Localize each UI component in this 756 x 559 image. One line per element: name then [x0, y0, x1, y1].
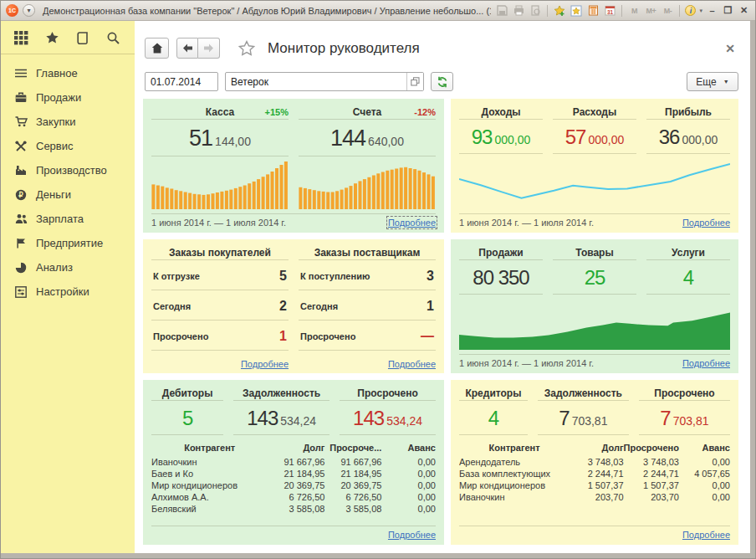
debtors-title: Дебиторы	[162, 387, 213, 399]
income-line-chart	[459, 159, 730, 209]
main-menu-button[interactable]: ▾	[23, 4, 35, 17]
column-header[interactable]: Просроче...	[324, 442, 381, 456]
panel-income-expenses: Доходы 93000,00 Расходы 57000,00 Прибыль	[451, 99, 738, 233]
supplier-orders-details-link[interactable]: Подробнее	[388, 359, 436, 369]
company-input[interactable]	[226, 73, 406, 90]
creditors-details-link[interactable]: Подробнее	[682, 530, 730, 540]
debtors-details-link[interactable]: Подробнее	[388, 530, 436, 540]
table-row[interactable]: Иваночкин203,70203,700,00	[459, 491, 730, 503]
memory-m-plus-button[interactable]: M+	[644, 4, 657, 18]
sidebar-item-analiz[interactable]: Анализ	[1, 255, 135, 280]
column-header[interactable]: Просрочено	[624, 442, 679, 456]
refresh-button[interactable]	[431, 72, 453, 91]
table-row[interactable]: Арендодатель3 748,033 748,030,00	[459, 456, 730, 468]
sidebar-item-servis[interactable]: Сервис	[1, 134, 135, 158]
cash-details-link[interactable]: Подробнее	[388, 218, 436, 228]
search-icon[interactable]	[106, 31, 120, 45]
company-choose-button[interactable]	[406, 73, 423, 90]
calendar-icon[interactable]: 31	[603, 4, 616, 18]
sidebar-item-nastroyki[interactable]: Настройки	[1, 280, 135, 304]
sidebar-item-zarplata[interactable]: Зарплата	[1, 207, 135, 231]
sidebar: Главное Продажи Закупки Сервис Производс…	[1, 21, 135, 553]
forward-button[interactable]	[198, 38, 220, 59]
info-caret-icon[interactable]: ▾	[699, 8, 702, 14]
sidebar-item-dengi[interactable]: ₽ Деньги	[1, 182, 135, 207]
income-details-link[interactable]: Подробнее	[682, 218, 730, 228]
favorites-icon[interactable]	[45, 31, 59, 45]
favorite-star-icon[interactable]	[238, 40, 255, 56]
people-icon	[14, 213, 28, 224]
desktop-grid-icon[interactable]	[14, 31, 28, 45]
coin-icon: ₽	[14, 189, 28, 201]
title-bar: 1С ▾ Демонстрационная база компании "Вет…	[1, 1, 755, 21]
table-row[interactable]: Алхимов А.А.6 726,506 726,500,00	[151, 491, 436, 503]
sidebar-item-glavnoe[interactable]: Главное	[1, 61, 135, 85]
sidebar-item-prodazhi[interactable]: Продажи	[1, 85, 135, 110]
cash-value: 51144,00	[151, 120, 289, 156]
sidebar-item-zakupki[interactable]: Закупки	[1, 110, 135, 134]
table-row[interactable]: База комплектующих2 244,712 244,714 057,…	[459, 468, 730, 480]
cash-title: Касса	[206, 106, 234, 118]
sidebar-item-predpriyatie[interactable]: Предприятие	[1, 231, 135, 255]
creditors-table: Контрагент Долг Просрочено Аванс Арендод…	[459, 442, 730, 503]
customer-orders-details-link[interactable]: Подробнее	[241, 359, 289, 369]
table-row[interactable]: Мир кондиционеров1 507,371 507,370,00	[459, 480, 730, 491]
info-button[interactable]: i	[685, 5, 696, 16]
supplier-orders-title: Заказы поставщикам	[314, 247, 421, 259]
creditors-overdue-title: Просрочено	[654, 387, 714, 399]
creditors-count: 4	[459, 401, 528, 434]
calculator-icon[interactable]	[586, 4, 600, 18]
sidebar-item-proizvodstvo[interactable]: Производство	[1, 158, 135, 182]
column-header[interactable]: Долг	[268, 442, 324, 456]
table-row[interactable]: Баев и Ко21 184,9521 184,950,00	[151, 468, 436, 480]
application-window: 1С ▾ Демонстрационная база компании "Вет…	[0, 0, 756, 559]
cash-period: 1 июня 2014 г. — 1 июля 2014 г.	[151, 218, 286, 228]
panel-cash-accounts: Касса+15% 51144,00 Счета-12% 144640,00	[143, 99, 444, 233]
income-period: 1 июня 2014 г. — 1 июля 2014 г.	[459, 218, 594, 228]
print-icon[interactable]	[512, 4, 525, 18]
accounts-bar-chart	[299, 162, 436, 209]
filter-toolbar: Еще▼	[145, 72, 738, 91]
sales-value: 80 350	[459, 260, 543, 294]
column-header[interactable]: Контрагент	[151, 442, 268, 456]
add-favorite-icon[interactable]	[553, 4, 566, 18]
save-icon[interactable]	[495, 4, 508, 18]
favorites-list-icon[interactable]	[570, 4, 583, 18]
accounts-value: 144640,00	[299, 120, 436, 156]
svg-text:₽: ₽	[18, 191, 23, 199]
income-title: Доходы	[481, 106, 520, 118]
column-header[interactable]: Контрагент	[459, 442, 570, 456]
column-header[interactable]: Аванс	[679, 442, 730, 456]
debtors-overdue-title: Просрочено	[357, 387, 417, 399]
minimize-button[interactable]: –	[706, 6, 718, 16]
creditors-title: Кредиторы	[465, 387, 521, 399]
home-button[interactable]	[145, 38, 169, 59]
panel-debtors: Дебиторы 5 Задолженность 143534,24 Проср…	[143, 380, 444, 545]
column-header[interactable]: Долг	[570, 442, 623, 456]
more-button[interactable]: Еще▼	[687, 72, 738, 91]
sales-title: Продажи	[478, 247, 523, 259]
sidebar-toolbar	[1, 21, 135, 54]
panel-orders: Заказы покупателей К отгрузке5 Сегодня2 …	[143, 239, 444, 373]
1c-logo-icon: 1С	[6, 4, 18, 17]
sales-details-link[interactable]: Подробнее	[682, 358, 730, 368]
back-button[interactable]	[176, 38, 198, 59]
history-icon[interactable]	[76, 31, 89, 45]
customer-orders-title: Заказы покупателей	[169, 247, 271, 259]
table-row[interactable]: Белявский3 585,083 585,080,00	[151, 503, 436, 515]
maximize-button[interactable]: ❐	[722, 5, 734, 16]
table-row[interactable]: Иваночкин91 667,9691 667,960,00	[151, 456, 436, 468]
close-form-button[interactable]: ✕	[722, 41, 738, 56]
titlebar-separator	[679, 5, 680, 17]
pie-chart-icon	[14, 262, 28, 274]
close-window-button[interactable]: ✕	[738, 5, 750, 16]
form-header: Монитор руководителя ✕	[145, 38, 738, 59]
preview-icon[interactable]	[529, 4, 542, 18]
company-field	[225, 72, 424, 91]
window-right-edge	[750, 21, 755, 558]
column-header[interactable]: Аванс	[381, 442, 436, 456]
table-row[interactable]: Мир кондиционеров20 369,7520 369,750,00	[151, 480, 436, 491]
cart-icon	[14, 116, 28, 127]
memory-m-minus-button[interactable]: M-	[661, 4, 674, 18]
memory-m-button[interactable]: M	[627, 4, 641, 18]
